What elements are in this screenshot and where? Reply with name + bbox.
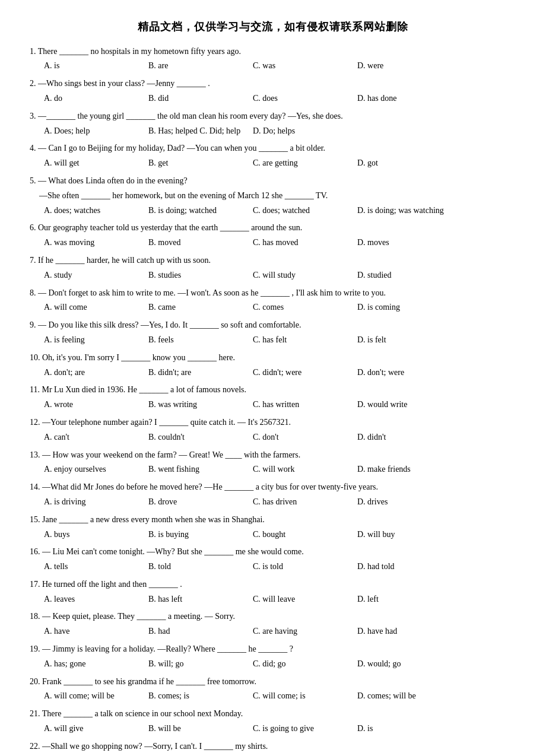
question-text-3: 3. —_______ the young girl _______ the o… bbox=[30, 109, 516, 123]
option-5-2: C. does; watched bbox=[253, 204, 354, 218]
question-21: 21. There _______ a talk on science in o… bbox=[30, 707, 516, 736]
question-text-13: 13. — How was your weekend on the farm? … bbox=[30, 448, 516, 462]
question-20: 20. Frank _______ to see his grandma if … bbox=[30, 675, 516, 704]
options-row-5: A. does; watchesB. is doing; watchedC. d… bbox=[30, 204, 516, 218]
question-22: 22. —Shall we go shopping now? —Sorry, I… bbox=[30, 739, 516, 756]
question-text-17: 17. He turned off the light and then ___… bbox=[30, 577, 516, 592]
question-text-18: 18. — Keep quiet, please. They _______ a… bbox=[30, 609, 516, 624]
options-row-1: A. isB. areC. wasD. were bbox=[30, 59, 516, 73]
option-18-3: D. have had bbox=[357, 624, 458, 639]
question-18: 18. — Keep quiet, please. They _______ a… bbox=[30, 609, 516, 639]
option-16-2: C. is told bbox=[253, 560, 354, 574]
option-6-0: A. was moving bbox=[44, 236, 145, 250]
option-4-3: D. got bbox=[357, 156, 458, 170]
option-5-0: A. does; watches bbox=[44, 204, 145, 218]
option-6-1: B. moved bbox=[148, 236, 249, 250]
options-row-15: A. buysB. is buyingC. boughtD. will buy bbox=[30, 528, 516, 542]
option-2-0: A. do bbox=[44, 91, 145, 106]
question-4: 4. — Can I go to Beijing for my holiday,… bbox=[30, 141, 516, 170]
option-4-2: C. are getting bbox=[253, 156, 354, 170]
question-text-2: 2. —Who sings best in your class? —Jenny… bbox=[30, 77, 516, 91]
option-22-3: D. am washing bbox=[357, 754, 458, 756]
option-13-0: A. enjoy ourselves bbox=[44, 462, 145, 477]
question-3: 3. —_______ the young girl _______ the o… bbox=[30, 109, 516, 138]
question-11: 11. Mr Lu Xun died in 1936. He _______ a… bbox=[30, 383, 516, 412]
option-22-1: B. washes bbox=[148, 754, 249, 756]
option-21-2: C. is going to give bbox=[253, 722, 354, 736]
option-11-0: A. wrote bbox=[44, 398, 145, 412]
options-row-13: A. enjoy ourselvesB. went fishingC. will… bbox=[30, 462, 516, 477]
questions-container: 1. There _______ no hospitals in my home… bbox=[30, 45, 516, 756]
question-text-19: 19. — Jimmy is leaving for a holiday. —R… bbox=[30, 642, 516, 656]
option-10-2: C. didn't; were bbox=[253, 366, 354, 380]
option-22-0: A. wash bbox=[44, 754, 145, 756]
option-20-0: A. will come; will be bbox=[44, 689, 145, 703]
question-15: 15. Jane _______ a new dress every month… bbox=[30, 513, 516, 542]
question-text-11: 11. Mr Lu Xun died in 1936. He _______ a… bbox=[30, 383, 516, 397]
options-row-7: A. studyB. studiesC. will studyD. studie… bbox=[30, 268, 516, 282]
option-1-0: A. is bbox=[44, 59, 145, 73]
question-1: 1. There _______ no hospitals in my home… bbox=[30, 45, 516, 74]
option-14-2: C. has driven bbox=[253, 495, 354, 509]
option-5-1: B. is doing; watched bbox=[148, 204, 249, 218]
option-8-3: D. is coming bbox=[357, 300, 458, 315]
option-21-3: D. is bbox=[357, 722, 458, 736]
options-row-19: A. has; goneB. will; goC. did; goD. woul… bbox=[30, 657, 516, 671]
option-17-0: A. leaves bbox=[44, 592, 145, 606]
option-18-2: C. are having bbox=[253, 624, 354, 639]
options-row-22: A. washB. washesC. washedD. am washing bbox=[30, 754, 516, 756]
question-9: 9. — Do you like this silk dress? —Yes, … bbox=[30, 318, 516, 347]
option-19-0: A. has; gone bbox=[44, 657, 145, 671]
question-7: 7. If he _______ harder, he will catch u… bbox=[30, 253, 516, 282]
question-17: 17. He turned off the light and then ___… bbox=[30, 577, 516, 606]
option-5-3: D. is doing; was watching bbox=[357, 204, 458, 218]
question-19: 19. — Jimmy is leaving for a holiday. —R… bbox=[30, 642, 516, 671]
option-14-3: D. drives bbox=[357, 495, 458, 509]
option-13-3: D. make friends bbox=[357, 462, 458, 477]
option-15-0: A. buys bbox=[44, 528, 145, 542]
option-20-1: B. comes; is bbox=[148, 689, 249, 703]
option-17-2: C. will leave bbox=[253, 592, 354, 606]
option-16-1: B. told bbox=[148, 560, 249, 574]
option-2-1: B. did bbox=[148, 91, 249, 106]
option-9-1: B. feels bbox=[148, 333, 249, 347]
question-text-16: 16. — Liu Mei can't come tonight. —Why? … bbox=[30, 545, 516, 559]
options-row-4: A. will getB. getC. are gettingD. got bbox=[30, 156, 516, 170]
option-17-1: B. has left bbox=[148, 592, 249, 606]
option-1-1: B. are bbox=[148, 59, 249, 73]
question-5: 5. — What does Linda often do in the eve… bbox=[30, 174, 516, 217]
option-1-3: D. were bbox=[357, 59, 458, 73]
question-text-5: 5. — What does Linda often do in the eve… bbox=[30, 174, 516, 188]
page-title: 精品文档，仅供学习与交流，如有侵权请联系网站删除 bbox=[30, 18, 516, 36]
option-16-0: A. tells bbox=[44, 560, 145, 574]
question-12: 12. —Your telephone number again? I ____… bbox=[30, 415, 516, 444]
option-21-0: A. will give bbox=[44, 722, 145, 736]
option-20-2: C. will come; is bbox=[253, 689, 354, 703]
option-10-0: A. don't; are bbox=[44, 366, 145, 380]
question-text-6: 6. Our geography teacher told us yesterd… bbox=[30, 221, 516, 235]
option-21-1: B. will be bbox=[148, 722, 249, 736]
option-8-2: C. comes bbox=[253, 300, 354, 315]
question-text-22: 22. —Shall we go shopping now? —Sorry, I… bbox=[30, 739, 516, 754]
option-16-3: D. had told bbox=[357, 560, 458, 574]
question-text-12: 12. —Your telephone number again? I ____… bbox=[30, 415, 516, 430]
option-19-2: C. did; go bbox=[253, 657, 354, 671]
option-20-3: D. comes; will be bbox=[357, 689, 458, 703]
options-row-10: A. don't; areB. didn't; areC. didn't; we… bbox=[30, 366, 516, 380]
question-text-7: 7. If he _______ harder, he will catch u… bbox=[30, 253, 516, 268]
question-text-14: 14. —What did Mr Jones do before he move… bbox=[30, 480, 516, 494]
question-10: 10. Oh, it's you. I'm sorry I _______ kn… bbox=[30, 351, 516, 380]
option-18-1: B. had bbox=[148, 624, 249, 639]
option-9-3: D. is felt bbox=[357, 333, 458, 347]
options-row-17: A. leavesB. has leftC. will leaveD. left bbox=[30, 592, 516, 606]
option-11-1: B. was writing bbox=[148, 398, 249, 412]
option-3-1: B. Has; helped C. Did; help bbox=[148, 124, 249, 138]
options-row-16: A. tellsB. toldC. is toldD. had told bbox=[30, 560, 516, 574]
option-17-3: D. left bbox=[357, 592, 458, 606]
option-10-1: B. didn't; are bbox=[148, 366, 249, 380]
option-14-0: A. is driving bbox=[44, 495, 145, 509]
options-row-3: A. Does; helpB. Has; helped C. Did; help… bbox=[30, 124, 516, 138]
options-row-12: A. can'tB. couldn'tC. don'tD. didn't bbox=[30, 430, 516, 444]
option-19-1: B. will; go bbox=[148, 657, 249, 671]
question-8: 8. — Don't forget to ask him to write to… bbox=[30, 286, 516, 315]
